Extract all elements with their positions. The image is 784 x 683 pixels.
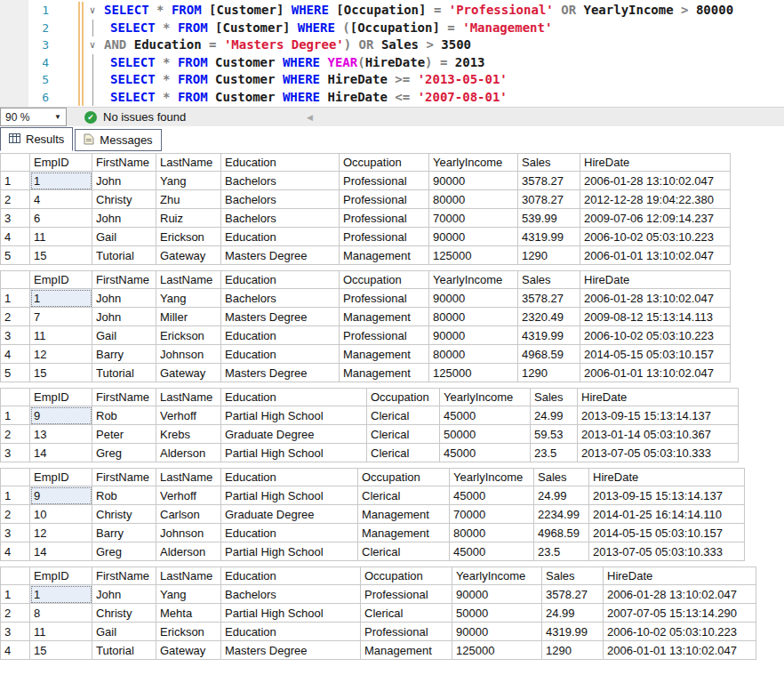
sql-code-line[interactable]: SELECT * FROM [Customer] WHERE [Occupati… (101, 2, 733, 20)
grid-cell[interactable]: Yang (156, 585, 221, 604)
column-header[interactable]: YearlyIncome (440, 389, 531, 406)
grid-cell[interactable]: Barry (92, 524, 156, 542)
grid-cell[interactable]: 1290 (518, 246, 580, 265)
grid-cell[interactable]: 2006-01-01 13:10:02.047 (604, 641, 756, 660)
grid-cell[interactable]: 90000 (429, 289, 518, 308)
grid-cell[interactable]: Mehta (156, 604, 221, 623)
grid-cell[interactable]: 125000 (429, 246, 518, 265)
grid-cell[interactable]: 539.99 (518, 209, 580, 228)
grid-cell[interactable]: 80000 (429, 308, 518, 326)
row-number[interactable]: 1 (1, 406, 30, 425)
grid-cell[interactable]: Graduate Degree (221, 505, 358, 524)
sql-code-line[interactable]: SELECT * FROM Customer WHERE HireDate <=… (101, 89, 508, 107)
grid-cell[interactable]: 4968.59 (518, 345, 580, 364)
grid-cell[interactable]: 15 (30, 641, 92, 660)
grid-cell[interactable]: 2234.99 (534, 505, 589, 524)
grid-cell[interactable]: 15 (30, 246, 92, 265)
grid-cell[interactable]: Management (340, 246, 429, 265)
grid-cell[interactable]: 24.99 (534, 486, 589, 505)
grid-cell[interactable]: Erickson (156, 228, 221, 246)
grid-cell[interactable]: Education (221, 326, 340, 345)
grid-cell[interactable]: 2320.49 (518, 308, 580, 326)
grid-cell[interactable]: 80000 (429, 190, 518, 209)
column-header[interactable]: HireDate (589, 469, 745, 486)
column-header[interactable]: Occupation (340, 271, 429, 289)
grid-cell[interactable]: Bachelors (221, 190, 340, 209)
scrollbar-left-arrow-icon[interactable]: ◀ (307, 108, 313, 126)
grid-cell[interactable]: Clerical (367, 406, 440, 425)
grid-cell[interactable]: 4 (30, 190, 92, 209)
row-number[interactable]: 5 (1, 246, 30, 265)
column-header[interactable]: YearlyIncome (429, 271, 518, 289)
grid-cell[interactable]: Johnson (156, 345, 221, 364)
grid-cell[interactable]: 2014-05-15 05:03:10.157 (580, 345, 731, 364)
column-header[interactable]: EmpID (30, 469, 92, 486)
grid-cell[interactable]: 4968.59 (534, 524, 589, 542)
grid-cell[interactable]: 50000 (440, 425, 531, 444)
row-number[interactable]: 4 (1, 228, 30, 246)
editor-line[interactable]: 1∨SELECT * FROM [Customer] WHERE [Occupa… (0, 2, 784, 20)
grid-cell[interactable]: John (92, 308, 156, 326)
grid-cell[interactable]: 9 (30, 486, 92, 505)
row-number[interactable]: 2 (1, 425, 30, 444)
grid-cell[interactable]: Partial High School (221, 406, 367, 425)
row-number[interactable]: 1 (1, 585, 30, 604)
fold-collapse-icon[interactable]: ∨ (84, 36, 101, 54)
row-number[interactable]: 2 (1, 604, 30, 623)
grid-cell[interactable]: Gail (92, 623, 156, 641)
row-number[interactable]: 3 (1, 623, 30, 641)
grid-cell[interactable]: Christy (92, 604, 156, 623)
grid-cell[interactable]: 12 (30, 345, 92, 364)
row-number[interactable]: 4 (1, 542, 30, 561)
column-header[interactable]: Occupation (361, 567, 452, 585)
grid-cell[interactable]: 4319.99 (518, 228, 580, 246)
grid-cell[interactable]: Barry (92, 345, 156, 364)
grid-cell[interactable]: 2006-10-02 05:03:10.223 (604, 623, 756, 641)
grid-cell[interactable]: Ruiz (156, 209, 221, 228)
column-header[interactable]: Sales (518, 271, 580, 289)
grid-cell[interactable]: 2013-07-05 05:03:10.333 (578, 444, 739, 462)
grid-cell[interactable]: Verhoff (156, 406, 221, 425)
column-header[interactable]: Education (221, 271, 340, 289)
line-number[interactable]: 2 (0, 20, 49, 37)
sql-code-line[interactable]: AND Education = 'Masters Degree') OR Sal… (101, 36, 471, 54)
grid-cell[interactable]: Erickson (156, 326, 221, 345)
column-header[interactable]: LastName (156, 567, 221, 585)
editor-line[interactable]: 6SELECT * FROM Customer WHERE HireDate <… (0, 89, 784, 107)
grid-cell[interactable]: Clerical (358, 486, 450, 505)
grid-cell[interactable]: Clerical (367, 425, 440, 444)
column-header[interactable]: HireDate (580, 271, 731, 289)
grid-cell[interactable]: Erickson (156, 623, 221, 641)
line-number[interactable]: 5 (0, 71, 49, 89)
sql-editor[interactable]: 1∨SELECT * FROM [Customer] WHERE [Occupa… (0, 0, 784, 107)
grid-cell[interactable]: 11 (30, 623, 92, 641)
grid-cell[interactable]: 2006-01-01 13:10:02.047 (580, 364, 731, 382)
grid-cell[interactable]: Christy (92, 505, 156, 524)
grid-cell[interactable]: 9 (30, 406, 92, 425)
grid-cell[interactable]: 4319.99 (518, 326, 580, 345)
grid-cell[interactable]: Education (221, 228, 340, 246)
line-number[interactable]: 1 (0, 2, 49, 20)
grid-cell[interactable]: Management (340, 308, 429, 326)
grid-cell[interactable]: 11 (30, 228, 92, 246)
grid-cell[interactable]: Masters Degree (221, 364, 340, 382)
grid-cell[interactable]: Gail (92, 228, 156, 246)
grid-cell[interactable]: 1290 (518, 364, 580, 382)
line-number[interactable]: 3 (0, 36, 49, 54)
grid-cell[interactable]: 3078.27 (518, 190, 580, 209)
line-number[interactable]: 6 (0, 89, 49, 107)
row-number-header[interactable] (1, 469, 30, 486)
column-header[interactable]: Education (221, 154, 340, 172)
row-number[interactable]: 4 (1, 641, 30, 660)
grid-cell[interactable]: Professional (361, 623, 452, 641)
grid-cell[interactable]: Miller (156, 308, 221, 326)
grid-cell[interactable]: 23.5 (534, 542, 589, 561)
grid-cell[interactable]: 2013-09-15 15:13:14.137 (578, 406, 739, 425)
grid-cell[interactable]: 45000 (440, 444, 531, 462)
column-header[interactable]: EmpID (30, 154, 92, 172)
grid-cell[interactable]: 2006-10-02 05:03:10.223 (580, 326, 731, 345)
grid-cell[interactable]: 15 (30, 364, 92, 382)
column-header[interactable]: Sales (534, 469, 589, 486)
grid-cell[interactable]: Rob (92, 486, 156, 505)
chevron-down-icon[interactable]: ▼ (54, 113, 61, 121)
